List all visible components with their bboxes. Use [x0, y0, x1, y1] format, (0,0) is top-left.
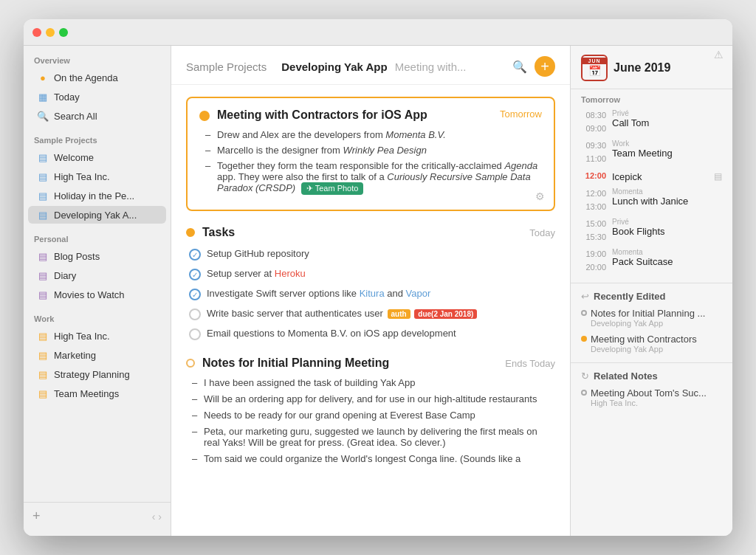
cal-event-title: Book Flights	[612, 226, 665, 237]
doc-purple-icon: ▤	[37, 250, 49, 262]
sidebar-item-holiday[interactable]: ▤ Holiday in the Pe...	[28, 187, 166, 204]
task-checkbox[interactable]	[189, 328, 201, 340]
list-item: Needs to be ready for our grand opening …	[204, 410, 555, 421]
cal-event-icepick: 12:00 Icepick ▤	[571, 168, 732, 185]
notes-title: Notes for Initial Planning Meeting	[202, 356, 505, 370]
task-item: ✓ Investigate Swift server options like …	[189, 286, 555, 302]
doc-purple-icon: ▤	[37, 289, 49, 300]
edited-item-sub: Developing Yak App	[581, 345, 722, 354]
cal-time-start: 19:00	[581, 248, 606, 261]
italic-text: Wrinkly Pea Design	[343, 145, 427, 156]
kitura-link[interactable]: Kitura	[360, 288, 385, 299]
cal-times: 09:30 11:00	[581, 139, 606, 165]
add-note-button[interactable]: +	[535, 56, 555, 77]
sidebar-item-on-the-agenda[interactable]: ● On the Agenda	[28, 69, 166, 86]
nav-forward-button[interactable]: ›	[158, 511, 162, 523]
heroku-link[interactable]: Heroku	[275, 268, 306, 279]
sidebar-item-today[interactable]: ▦ Today	[28, 88, 166, 106]
notes-dot	[186, 359, 195, 368]
doc-icon: ▤	[37, 190, 49, 201]
sidebar-item-welcome[interactable]: ▤ Welcome	[28, 148, 166, 166]
sidebar-item-label: Team Meetings	[54, 388, 119, 399]
list-item: Will be an ordering app for delivery, an…	[204, 393, 555, 404]
cal-event-detail: Work Team Meeting	[612, 139, 673, 165]
sidebar-item-diary[interactable]: ▤ Diary	[28, 266, 166, 284]
gear-icon[interactable]: ⚙	[535, 190, 545, 202]
list-item: Drew and Alex are the developers from Mo…	[217, 129, 542, 140]
sidebar-item-high-tea-work[interactable]: ▤ High Tea Inc.	[28, 327, 166, 345]
calendar-header: JUN 📅 June 2019	[571, 55, 732, 89]
task-checkbox[interactable]: ✓	[189, 289, 201, 300]
cal-event-detail: Icepick	[612, 171, 708, 182]
team-photo-badge[interactable]: ✈ Team Photo	[301, 182, 364, 195]
cal-time-start: 12:00	[581, 187, 606, 201]
cal-event-detail: Privé Call Tom	[612, 109, 649, 135]
recently-edited-section: ↩ Recently Edited Notes for Initial Plan…	[571, 283, 732, 359]
add-item-button[interactable]: +	[32, 509, 41, 524]
related-note-item: Meeting About Tom's Suc... High Tea Inc.	[581, 387, 722, 407]
task-checkbox[interactable]: ✓	[189, 269, 201, 280]
cal-times: 12:00	[581, 170, 606, 183]
italic-text: Curiously Recursive Sample Data Paradox …	[217, 171, 531, 193]
cal-category: Privé	[612, 218, 665, 226]
sidebar-item-developing-yak[interactable]: ▤ Developing Yak A...	[28, 206, 166, 224]
sidebar-item-high-tea[interactable]: ▤ High Tea Inc.	[28, 168, 166, 185]
tasks-title: Tasks	[202, 226, 529, 239]
maximize-button[interactable]	[59, 28, 68, 37]
task-item: Email questions to Momenta B.V. on iOS a…	[189, 326, 555, 342]
nav-back-button[interactable]: ‹	[152, 511, 156, 523]
doc-orange-icon: ▤	[37, 368, 49, 380]
circle-filled-icon: ●	[37, 72, 49, 83]
task-text: Setup GitHub repository	[207, 248, 309, 259]
cal-time-start: 09:30	[581, 139, 606, 153]
middle-body: Meeting with Contractors for iOS App Tom…	[171, 85, 570, 536]
list-item: I have been assigned the task of buildin…	[204, 377, 555, 388]
sidebar-item-movies[interactable]: ▤ Movies to Watch	[28, 286, 166, 303]
italic-text: Momenta B.V.	[385, 129, 445, 140]
sidebar-item-marketing[interactable]: ▤ Marketing	[28, 346, 166, 364]
recently-edited-icon: ↩	[581, 291, 589, 302]
cal-event-title: Pack Suitcase	[612, 256, 673, 267]
sidebar-item-team-meetings[interactable]: ▤ Team Meetings	[28, 385, 166, 402]
task-checkbox[interactable]: ✓	[189, 249, 201, 261]
minimize-button[interactable]	[46, 28, 55, 37]
edited-item-name: Notes for Initial Planning ...	[591, 308, 705, 319]
header-actions: 🔍 +	[512, 56, 555, 77]
sidebar-item-label: Strategy Planning	[54, 369, 130, 380]
overview-section-label: Overview	[24, 46, 171, 68]
close-button[interactable]	[32, 28, 41, 37]
titlebar	[24, 19, 732, 46]
task-item: ✓ Setup GitHub repository	[189, 247, 555, 262]
note-icon: ▤	[714, 171, 722, 182]
cal-time-start: 12:00	[581, 170, 606, 183]
sidebar-item-blog-posts[interactable]: ▤ Blog Posts	[28, 247, 166, 265]
task-text: Investigate Swift server options like Ki…	[207, 288, 430, 299]
list-item: Peta, our marketing guru, suggested we l…	[204, 426, 555, 448]
doc-orange-icon: ▤	[37, 349, 49, 361]
sidebar-item-search-all[interactable]: 🔍 Search All	[28, 107, 166, 125]
task-item: ✓ Setup server at Heroku	[189, 266, 555, 282]
doc-purple-icon: ▤	[37, 269, 49, 281]
task-text: Write basic server that authenticates us…	[207, 308, 477, 319]
related-notes-icon: ↻	[581, 370, 589, 382]
related-note-sub: High Tea Inc.	[581, 399, 722, 407]
cal-time-end: 11:00	[581, 153, 606, 166]
sidebar-item-strategy[interactable]: ▤ Strategy Planning	[28, 365, 166, 383]
cal-day: 📅	[588, 64, 601, 79]
related-note-name: Meeting About Tom's Suc...	[591, 387, 707, 399]
search-button[interactable]: 🔍	[512, 60, 527, 74]
sidebar-item-label: Search All	[54, 111, 97, 122]
cal-month: JUN	[583, 58, 606, 64]
sidebar-item-label: Blog Posts	[54, 251, 100, 262]
sidebar-item-label: On the Agenda	[54, 72, 118, 83]
nav-arrows: ‹ ›	[152, 511, 162, 523]
task-checkbox[interactable]	[189, 308, 201, 320]
personal-section-label: Personal	[24, 224, 171, 247]
edited-dot	[581, 336, 587, 342]
sidebar: Overview ● On the Agenda ▦ Today 🔍 Searc…	[24, 46, 171, 536]
vapor-link[interactable]: Vapor	[406, 288, 431, 299]
search-icon: 🔍	[37, 110, 49, 122]
tasks-date: Today	[529, 227, 555, 238]
cal-time-end: 15:30	[581, 231, 606, 244]
italic-text: Agenda	[504, 160, 537, 171]
